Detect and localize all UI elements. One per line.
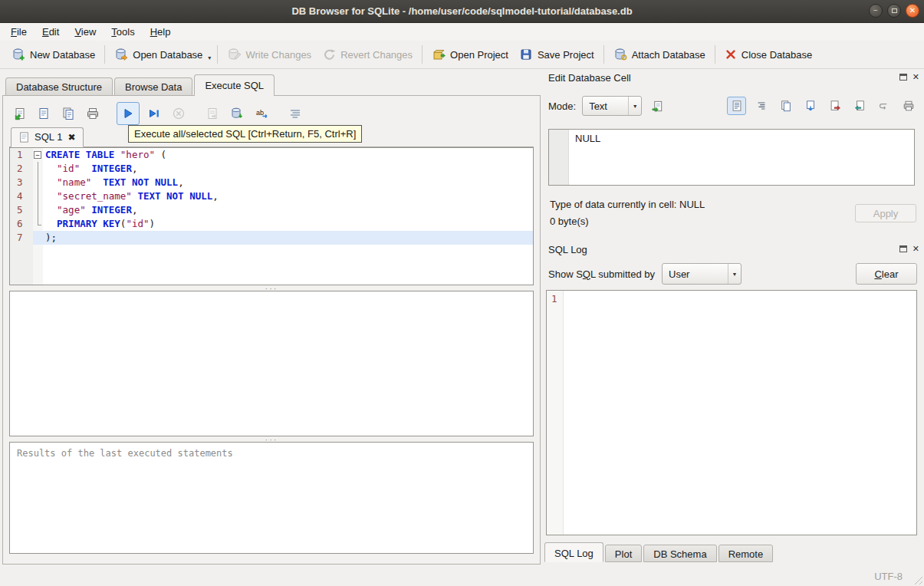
revert-changes-icon	[322, 48, 336, 61]
cell-editor-icon-group	[727, 97, 918, 115]
menu-edit[interactable]: Edit	[35, 24, 67, 40]
toolbar-separator	[715, 45, 715, 64]
editor-line[interactable]: 4 "secret_name" TEXT NOT NULL,	[10, 189, 533, 203]
apply-button-label: Apply	[873, 208, 899, 219]
tab-database-structure[interactable]: Database Structure	[5, 77, 113, 95]
word-wrap-button[interactable]	[874, 97, 893, 115]
tab-execute-sql[interactable]: Execute SQL	[194, 74, 275, 95]
sql-editor[interactable]: 1−CREATE TABLE "hero" (2 "id" INTEGER,3 …	[9, 147, 534, 285]
close-sql-document-icon[interactable]: ✖	[67, 132, 75, 143]
menu-help[interactable]: Help	[143, 24, 179, 40]
cell-editor-gutter	[549, 130, 569, 185]
text-view-button[interactable]	[727, 97, 746, 115]
editor-line[interactable]: 2 "id" INTEGER,	[10, 162, 533, 176]
dock-tab-remote[interactable]: Remote	[718, 545, 774, 562]
log-filter-combobox[interactable]: User ▼	[662, 263, 742, 285]
rtl-text-button[interactable]	[751, 97, 771, 115]
log-line-number: 1	[551, 293, 557, 305]
save-sql-file-button[interactable]	[34, 104, 54, 123]
import-cell-button[interactable]	[850, 97, 869, 115]
splitter-handle[interactable]: ···	[9, 436, 534, 442]
dock-tab-sql-log[interactable]: SQL Log	[544, 542, 603, 562]
sql-document-tab[interactable]: SQL 1 ✖	[11, 127, 84, 147]
apply-button[interactable]: Apply	[855, 204, 916, 222]
sql-log-filter-row: Show SQL submitted by User ▼ Clear	[548, 262, 917, 285]
editor-line[interactable]: 7);	[10, 231, 533, 245]
close-dock-icon[interactable]: ✕	[912, 245, 919, 253]
write-changes-button[interactable]: Write Changes	[222, 44, 317, 65]
attach-database-icon	[613, 48, 627, 61]
sql-log-area[interactable]: 1	[546, 290, 917, 535]
stop-execution-button[interactable]	[169, 104, 189, 123]
window-title: DB Browser for SQLite - /home/user/code/…	[0, 5, 924, 17]
open-sql-file-icon	[12, 107, 26, 120]
editor-line[interactable]: 6 PRIMARY KEY("id")	[10, 217, 533, 231]
execute-all-button[interactable]	[117, 102, 140, 125]
save-sql-file-as-button[interactable]	[58, 104, 78, 123]
find-replace-icon: ab	[255, 107, 268, 120]
clear-log-button[interactable]: Clear	[856, 263, 917, 285]
tab-browse-data[interactable]: Browse Data	[114, 77, 192, 95]
maximize-button[interactable]	[887, 4, 901, 18]
new-database-icon	[12, 48, 25, 61]
close-button[interactable]: ✕	[906, 4, 919, 18]
save-project-button[interactable]: Save Project	[514, 44, 600, 65]
editor-line[interactable]: 5 "age" INTEGER,	[10, 203, 533, 217]
encoding-indicator: UTF-8	[874, 571, 903, 582]
execute-tooltip: Execute all/selected SQL [Ctrl+Return, F…	[128, 125, 362, 143]
minimize-button[interactable]: −	[869, 4, 883, 18]
import-data-button[interactable]	[648, 97, 667, 115]
mode-label: Mode:	[548, 100, 576, 112]
fold-collapse-icon[interactable]: −	[34, 151, 41, 159]
dock-tab-db-schema[interactable]: DB Schema	[643, 545, 716, 562]
menu-tools[interactable]: Tools	[104, 24, 142, 40]
text-view-icon	[731, 100, 743, 112]
open-database-dropdown-arrow[interactable]: ▾	[208, 48, 213, 61]
dock-tab-plot[interactable]: Plot	[605, 545, 642, 562]
save-project-icon	[519, 48, 533, 61]
save-sql-file-as-icon	[61, 107, 75, 120]
cell-mode-row: Mode: Text ▼	[548, 94, 918, 117]
float-dock-icon[interactable]	[899, 74, 907, 81]
execute-line-button[interactable]	[144, 104, 164, 123]
export-cell-button[interactable]	[825, 97, 844, 115]
save-results-to-database-button[interactable]	[227, 104, 247, 123]
open-project-button[interactable]: Open Project	[426, 44, 514, 65]
attach-database-label: Attach Database	[632, 49, 705, 61]
splitter-handle[interactable]: ···	[9, 285, 534, 291]
code-text: PRIMARY KEY("id")	[43, 217, 533, 231]
fold-margin[interactable]: −	[33, 148, 43, 162]
print-cell-button[interactable]	[899, 97, 918, 115]
find-replace-button[interactable]: ab	[252, 104, 271, 123]
fold-margin	[33, 217, 43, 231]
clear-button-label: Clear	[874, 268, 898, 280]
editor-line[interactable]: 1−CREATE TABLE "hero" (	[10, 148, 533, 162]
copy-cell-button[interactable]	[776, 97, 795, 115]
close-dock-icon[interactable]: ✕	[912, 73, 919, 81]
menu-view[interactable]: View	[67, 24, 104, 40]
new-database-button[interactable]: New Database	[6, 44, 100, 65]
open-database-label: Open Database	[133, 49, 202, 61]
cell-type-info: Type of data currently in cell: NULL	[550, 199, 705, 210]
print-sql-button[interactable]	[83, 104, 103, 123]
open-sql-file-button[interactable]	[9, 104, 29, 123]
mode-combobox[interactable]: Text ▼	[582, 96, 642, 116]
query-results-grid	[9, 291, 534, 436]
float-dock-icon[interactable]	[899, 245, 907, 252]
save-results-button[interactable]	[202, 104, 222, 123]
menu-file[interactable]: File	[3, 24, 35, 40]
cell-editor-area[interactable]: NULL	[548, 129, 915, 186]
toolbar-separator	[217, 45, 218, 64]
attach-database-button[interactable]: Attach Database	[608, 44, 711, 65]
revert-changes-button[interactable]: Revert Changes	[317, 44, 418, 65]
write-changes-icon	[227, 48, 241, 61]
save-cell-button[interactable]	[801, 97, 820, 115]
format-sql-button[interactable]	[285, 104, 305, 123]
toolbar-separator	[422, 45, 423, 64]
close-database-button[interactable]: Close Database	[719, 44, 818, 64]
code-text: );	[43, 231, 533, 245]
resize-grip-icon[interactable]	[912, 574, 922, 584]
editor-line[interactable]: 3 "name" TEXT NOT NULL,	[10, 176, 533, 189]
editor-empty-area[interactable]	[10, 245, 533, 285]
open-database-button[interactable]: Open Database	[109, 44, 208, 65]
